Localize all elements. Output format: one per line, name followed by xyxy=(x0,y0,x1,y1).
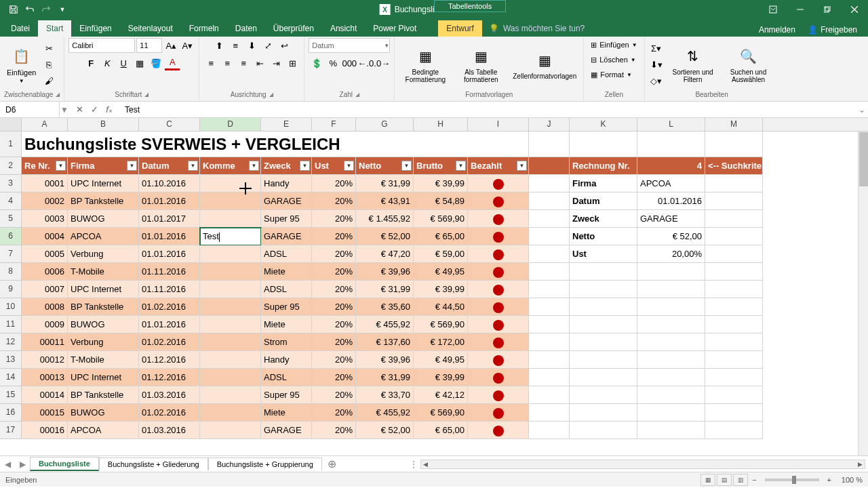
cell[interactable] xyxy=(705,131,763,157)
cell[interactable] xyxy=(637,263,705,281)
cell-kommentar[interactable] xyxy=(200,351,261,369)
cell[interactable] xyxy=(705,298,763,316)
cell-zweck[interactable]: Handy xyxy=(261,351,312,369)
cell-bezahlt[interactable] xyxy=(468,210,529,228)
row-header[interactable]: 10 xyxy=(0,298,22,316)
tab-scroll-menu[interactable]: ⋮ xyxy=(410,460,418,469)
cell-firma[interactable]: BUWOG xyxy=(68,316,139,333)
cell-ust[interactable]: 20% xyxy=(312,192,356,210)
lookup-value[interactable]: GARAGE xyxy=(637,210,705,228)
cell-bezahlt[interactable] xyxy=(468,404,529,422)
cell-firma[interactable]: UPC Internet xyxy=(68,369,139,386)
cell-netto[interactable]: € 35,60 xyxy=(356,298,414,316)
cell-brutto[interactable]: € 39,99 xyxy=(414,175,468,192)
clipboard-launcher-icon[interactable]: ◢ xyxy=(56,92,60,98)
cell-bezahlt[interactable] xyxy=(468,228,529,245)
column-header[interactable]: K xyxy=(570,118,637,131)
paste-button[interactable]: 📋Einfügen▼ xyxy=(4,44,39,85)
filter-dropdown-icon[interactable]: ▼ xyxy=(127,161,137,171)
copy-button[interactable]: ⎘ xyxy=(41,57,56,72)
cell-ust[interactable]: 20% xyxy=(312,175,356,192)
cell[interactable] xyxy=(529,333,570,351)
cell-datum[interactable]: 01.01.2016 xyxy=(139,228,200,245)
cell-datum[interactable]: 01.10.2016 xyxy=(139,175,200,192)
cell-firma[interactable]: T-Mobile xyxy=(68,351,139,369)
cell[interactable] xyxy=(529,386,570,404)
cell-netto[interactable]: € 1.455,92 xyxy=(356,210,414,228)
font-color-button[interactable]: A xyxy=(165,56,180,70)
cell-netto[interactable]: € 39,96 xyxy=(356,263,414,281)
cancel-edit-button[interactable]: ✕ xyxy=(72,104,87,115)
cell-bezahlt[interactable] xyxy=(468,298,529,316)
cell[interactable] xyxy=(529,316,570,333)
cell-datum[interactable]: 01.01.2016 xyxy=(139,192,200,210)
sort-filter-button[interactable]: ⇅Sortieren und Filtern xyxy=(667,44,719,85)
cell-ust[interactable]: 20% xyxy=(312,404,356,422)
number-launcher-icon[interactable]: ◢ xyxy=(355,92,359,98)
table-header[interactable]: Datum▼ xyxy=(139,157,200,175)
cell[interactable] xyxy=(529,263,570,281)
font-name-input[interactable] xyxy=(68,38,135,53)
cut-button[interactable]: ✂ xyxy=(41,41,56,56)
table-header[interactable]: Netto▼ xyxy=(356,157,414,175)
cell[interactable] xyxy=(705,175,763,192)
cell-netto[interactable]: € 31,99 xyxy=(356,175,414,192)
table-header[interactable]: Brutto▼ xyxy=(414,157,468,175)
cell-bezahlt[interactable] xyxy=(468,245,529,263)
number-format-select[interactable]: Datum▼ xyxy=(309,38,390,53)
cell-firma[interactable]: BP Tankstelle xyxy=(68,298,139,316)
filter-dropdown-icon[interactable]: ▼ xyxy=(456,161,466,171)
cell[interactable] xyxy=(637,386,705,404)
cell-renr[interactable]: 00016 xyxy=(22,422,68,439)
cell[interactable] xyxy=(529,192,570,210)
table-header[interactable]: Re Nr.▼ xyxy=(22,157,68,175)
cell-netto[interactable]: € 52,00 xyxy=(356,228,414,245)
cell-firma[interactable]: APCOA xyxy=(68,228,139,245)
column-header[interactable]: E xyxy=(261,118,312,131)
lookup-label[interactable]: Rechnung Nr. xyxy=(570,157,637,175)
filter-dropdown-icon[interactable]: ▼ xyxy=(188,161,198,171)
column-header[interactable]: J xyxy=(529,118,570,131)
decrease-decimal-button[interactable]: .0→ xyxy=(374,56,389,70)
table-header[interactable]: Firma▼ xyxy=(68,157,139,175)
cell-ust[interactable]: 20% xyxy=(312,263,356,281)
column-header[interactable]: G xyxy=(356,118,414,131)
italic-button[interactable]: K xyxy=(100,56,115,70)
cell-firma[interactable]: BP Tankstelle xyxy=(68,192,139,210)
cell[interactable] xyxy=(529,175,570,192)
cell-netto[interactable]: € 455,92 xyxy=(356,316,414,333)
cell-zweck[interactable]: Miete xyxy=(261,263,312,281)
cell[interactable] xyxy=(637,369,705,386)
cell-netto[interactable]: € 39,96 xyxy=(356,351,414,369)
row-header[interactable]: 2 xyxy=(0,157,22,175)
cell[interactable] xyxy=(570,369,637,386)
cell[interactable] xyxy=(529,228,570,245)
cell[interactable] xyxy=(637,298,705,316)
lookup-label[interactable]: Firma xyxy=(570,175,637,192)
cell-datum[interactable]: 01.01.2016 xyxy=(139,316,200,333)
cell-datum[interactable]: 01.12.2016 xyxy=(139,369,200,386)
zoom-thumb[interactable] xyxy=(792,476,796,484)
cell-renr[interactable]: 00014 xyxy=(22,386,68,404)
row-header[interactable]: 16 xyxy=(0,404,22,422)
cell[interactable] xyxy=(637,404,705,422)
close-button[interactable] xyxy=(841,0,868,19)
row-header[interactable]: 8 xyxy=(0,263,22,281)
conditional-formatting-button[interactable]: ▦Bedingte Formatierung xyxy=(399,44,452,85)
font-launcher-icon[interactable]: ◢ xyxy=(144,92,149,98)
delete-cells-button[interactable]: ⊟Löschen▼ xyxy=(588,53,639,66)
cell-firma[interactable]: T-Mobile xyxy=(68,263,139,281)
page-title[interactable]: Buchungsliste SVERWEIS + VERGLEICH xyxy=(22,131,529,157)
insert-function-button[interactable]: fₓ xyxy=(102,104,117,115)
qat-customize-icon[interactable]: ▼ xyxy=(54,1,71,18)
cell-kommentar[interactable] xyxy=(200,263,261,281)
cell-netto[interactable]: € 43,91 xyxy=(356,192,414,210)
align-top-button[interactable]: ⬆ xyxy=(212,38,226,53)
cell[interactable] xyxy=(705,386,763,404)
undo-icon[interactable] xyxy=(22,1,38,18)
cell-bezahlt[interactable] xyxy=(468,351,529,369)
underline-button[interactable]: U xyxy=(116,56,131,70)
cell[interactable] xyxy=(637,333,705,351)
row-header[interactable]: 13 xyxy=(0,351,22,369)
column-header[interactable]: F xyxy=(312,118,356,131)
